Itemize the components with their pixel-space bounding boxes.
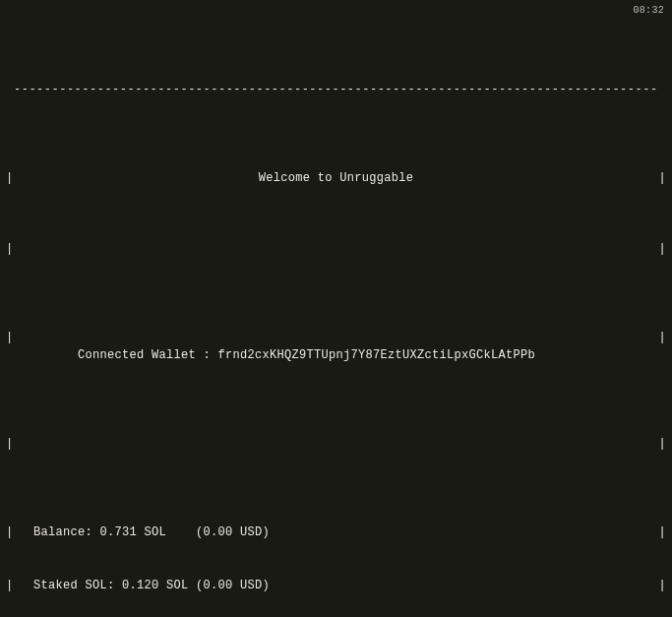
balance-label: Balance: bbox=[33, 525, 92, 539]
staked-value: 0.120 SOL bbox=[122, 579, 189, 592]
connected-wallet-line: Connected Wallet : frnd2cxKHQZ9TTUpnj7Y8… bbox=[14, 329, 658, 382]
balance-usd: (0.00 USD) bbox=[196, 525, 270, 539]
balance-value: 0.731 SOL bbox=[100, 525, 167, 539]
clock-time: 08:32 bbox=[633, 3, 664, 18]
border-top bbox=[6, 81, 666, 98]
staked-label: Staked SOL: bbox=[33, 579, 115, 592]
wallet-address: frnd2cxKHQZ9TTUpnj7Y87EztUXZctiLpxGCkLAt… bbox=[218, 348, 536, 362]
staked-line: Staked SOL: 0.120 SOL (0.00 USD) bbox=[14, 577, 658, 594]
staked-usd: (0.00 USD) bbox=[196, 579, 270, 592]
app-title: Welcome to Unruggable bbox=[14, 169, 658, 187]
wallet-label: Connected Wallet : bbox=[78, 348, 211, 362]
terminal: | Welcome to Unruggable | | | | Connecte… bbox=[0, 0, 672, 617]
balance-line: Balance: 0.731 SOL (0.00 USD) bbox=[14, 524, 658, 541]
